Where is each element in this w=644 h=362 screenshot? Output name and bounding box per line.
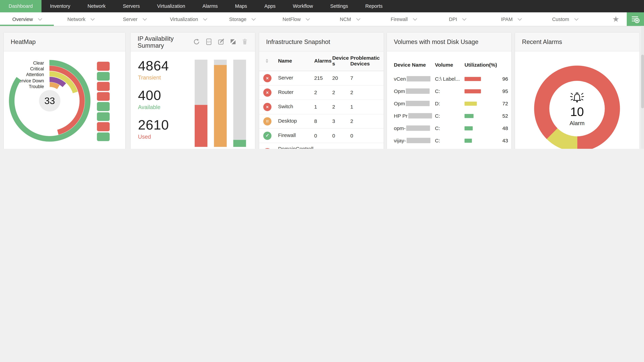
volume-row-0[interactable]: vCenC:\ Label...96 — [387, 73, 511, 85]
ip-bar-1 — [214, 60, 227, 147]
nav-item-apps[interactable]: Apps — [256, 0, 284, 12]
tab-ipam[interactable]: IPAM — [484, 12, 538, 26]
col-devices: Devices — [332, 55, 350, 67]
tab-label: Server — [123, 16, 138, 22]
volume-name: C: — [435, 138, 464, 143]
nav-item-maps[interactable]: Maps — [226, 0, 256, 12]
tab-server[interactable]: Server — [108, 12, 162, 26]
volume-row-6[interactable]: OPMC:\ Label...42 — [387, 147, 511, 149]
code-report-icon[interactable]: </> — [206, 38, 212, 45]
col-volume: Volume — [435, 62, 464, 68]
tab-network[interactable]: Network — [54, 12, 108, 26]
chevron-down-icon[interactable] — [356, 17, 360, 21]
dashboard-tab-bar: OverviewNetworkServerVirtualizationStora… — [0, 12, 644, 26]
volumes-rows: vCenC:\ Label...96OpmC:95OpmD:72HP PrC:5… — [387, 73, 511, 149]
table-row-firewall[interactable]: ✓Firewall000 — [259, 129, 384, 143]
chevron-down-icon[interactable] — [518, 17, 522, 21]
heatmap-square-2[interactable] — [97, 82, 110, 91]
col-device-name: Device Name — [394, 62, 435, 68]
ip-bar-2 — [233, 60, 246, 147]
chevron-down-icon[interactable] — [574, 17, 578, 21]
nav-item-inventory[interactable]: Inventory — [41, 0, 79, 12]
heatmap-square-0[interactable] — [97, 62, 110, 71]
utilization-value: 48 — [490, 125, 508, 131]
table-row-router[interactable]: ×Router222 — [259, 85, 384, 100]
utilization-bar — [464, 77, 490, 81]
nav-item-workflow[interactable]: Workflow — [284, 0, 322, 12]
tab-label: Firewall — [391, 16, 408, 22]
heatmap-square-1[interactable] — [97, 72, 110, 81]
device-category-name: Router — [278, 89, 314, 96]
volume-row-4[interactable]: opm-C:48 — [387, 122, 511, 135]
heatmap-square-3[interactable] — [97, 92, 110, 101]
chevron-down-icon[interactable] — [252, 17, 256, 21]
utilization-value: 43 — [490, 138, 508, 143]
alarms-donut-center: 10 Alarm — [532, 63, 622, 149]
heatmap-square-7[interactable] — [97, 132, 110, 141]
table-row-desktop[interactable]: !!Desktop832 — [259, 114, 384, 129]
tab-virtualization[interactable]: Virtualization — [162, 12, 215, 26]
nav-item-network[interactable]: Network — [79, 0, 114, 12]
volume-row-2[interactable]: OpmD:72 — [387, 98, 511, 110]
heatmap-square-6[interactable] — [97, 122, 110, 131]
volume-row-1[interactable]: OpmC:95 — [387, 85, 511, 98]
devices-count: 2 — [332, 104, 350, 110]
chevron-down-icon[interactable] — [462, 17, 466, 21]
volumes-panel: Volumes with most Disk Usage Device Name… — [386, 32, 512, 149]
chevron-down-icon[interactable] — [306, 17, 310, 21]
add-list-icon — [631, 15, 640, 24]
infrastructure-title: Infrastructure Snapshot — [266, 38, 330, 45]
add-dashboard-button[interactable] — [627, 12, 644, 26]
volume-device-name: vCen — [394, 76, 435, 82]
nav-item-dashboard[interactable]: Dashboard — [0, 0, 41, 12]
heatmap-panel-header: HeatMap — [4, 33, 125, 51]
utilization-bar — [464, 114, 490, 118]
edit-icon[interactable] — [218, 38, 224, 45]
tab-label: Overview — [12, 16, 33, 22]
ip-stat-value: 4864 — [138, 58, 169, 74]
tab-label: NetFlow — [282, 16, 301, 22]
expand-icon[interactable] — [230, 39, 236, 45]
chevron-down-icon[interactable] — [143, 17, 147, 21]
tab-storage[interactable]: Storage — [215, 12, 269, 26]
table-row-server[interactable]: ×Server215207 — [259, 71, 384, 85]
tab-custom[interactable]: Custom — [538, 12, 592, 26]
volume-row-5[interactable]: vijay-C:43 — [387, 135, 511, 147]
nav-item-alarms[interactable]: Alarms — [194, 0, 226, 12]
tab-ncm[interactable]: NCM — [323, 12, 376, 26]
alarms-donut-chart: 10 Alarm — [532, 63, 622, 149]
nav-item-virtualization[interactable]: Virtualization — [148, 0, 194, 12]
favorite-star-icon[interactable]: ★ — [605, 12, 627, 26]
problematic-count: 2 — [350, 118, 383, 124]
table-row-switch[interactable]: ×Switch121 — [259, 100, 384, 114]
tab-netflow[interactable]: NetFlow — [269, 12, 323, 26]
volume-device-name: vijay- — [394, 138, 435, 143]
heatmap-square-4[interactable] — [97, 102, 110, 111]
chevron-down-icon[interactable] — [413, 17, 417, 21]
nav-item-reports[interactable]: Reports — [357, 0, 391, 12]
infrastructure-table-header[interactable]: Name Alarms Devices Problematic Devices — [259, 51, 384, 71]
status-critical-icon: × — [263, 103, 272, 111]
chevron-down-icon[interactable] — [203, 17, 207, 21]
tab-firewall[interactable]: Firewall — [376, 12, 430, 26]
nav-item-servers[interactable]: Servers — [114, 0, 148, 12]
sort-icon — [266, 59, 278, 63]
nav-item-settings[interactable]: Settings — [322, 0, 357, 12]
page-scrollbar[interactable] — [641, 26, 644, 149]
table-row-domaincontroller[interactable]: ×DomainController4922 — [259, 143, 384, 149]
heatmap-square-5[interactable] — [97, 112, 110, 121]
tab-dpi[interactable]: DPI — [430, 12, 484, 26]
alarms-count: 2 — [314, 90, 332, 95]
chevron-down-icon[interactable] — [38, 17, 42, 21]
refresh-icon[interactable] — [193, 38, 200, 45]
device-category-name: Server — [278, 75, 314, 81]
volume-row-3[interactable]: HP PrC:52 — [387, 110, 511, 122]
heatmap-center-value: 33 — [44, 95, 55, 106]
devices-count: 0 — [332, 133, 350, 138]
chevron-down-icon[interactable] — [91, 17, 95, 21]
alarm-count-value: 10 — [570, 105, 584, 119]
delete-icon[interactable] — [242, 38, 248, 45]
utilization-value: 96 — [490, 76, 508, 82]
ip-stat-label: Used — [138, 134, 169, 140]
tab-overview[interactable]: Overview — [0, 12, 54, 26]
